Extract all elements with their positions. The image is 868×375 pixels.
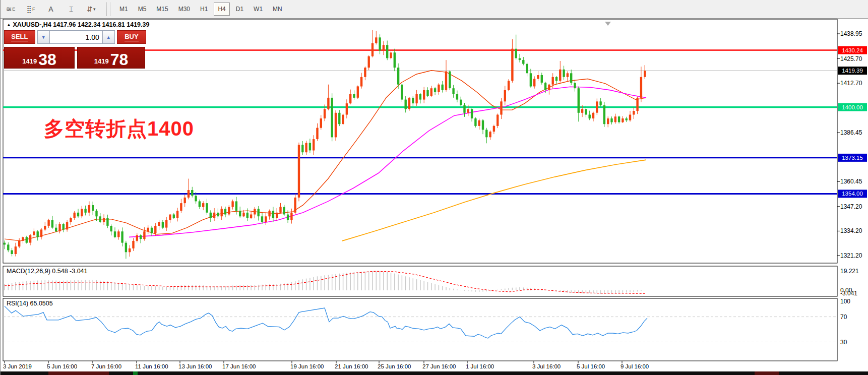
sell-button-label: SELL [11,33,28,41]
timeframe-group: M1M5M15M30H1H4D1W1MN [114,3,287,16]
time-axis-label: 3 Jun 2019 [3,363,32,369]
text-tool-icon[interactable]: ⌶ [63,2,80,16]
timeframe-button-m15[interactable]: M15 [152,3,172,16]
price-badge-label: 1430.24 [842,47,863,53]
sell-price-pips: 38 [38,52,56,67]
timeframe-button-mn[interactable]: MN [269,3,286,16]
volume-decrease-button[interactable]: ▼ [37,30,50,44]
text-label-tool-icon[interactable]: A [42,2,59,16]
rsi-axis-label: 30 [840,339,847,346]
time-axis-label: 9 Jul 16:00 [621,363,649,369]
time-axis-label: 13 Jun 16:00 [178,363,212,369]
bottom-edge-fragment [48,371,109,375]
price-axis-label: 1334.20 [840,227,862,234]
time-axis-label: 5 Jul 16:00 [577,363,605,369]
volume-input[interactable] [50,30,102,44]
sell-button[interactable]: SELL [4,30,35,44]
time-axis-label: 3 Jul 16:00 [532,363,561,369]
price-axis-label: 1321.20 [840,252,862,259]
toolbar-separator [106,3,110,16]
buy-price-pips: 78 [110,52,129,67]
arrows-tool-icon[interactable]: ⇵▾ [83,2,100,16]
symbol-header: ▲ XAUUSD-,H4 1417.96 1422.34 1416.81 141… [7,21,149,28]
buy-button-label: BUY [125,33,138,41]
time-axis-label: 11 Jun 16:00 [135,363,168,369]
price-axis-label: 1425.70 [840,55,862,62]
rsi-axis-label: 70 [840,314,847,321]
macd-axis-label: -3.041 [840,290,857,297]
time-axis-label: 7 Jun 16:00 [91,363,121,369]
price-axis: 1438.951425.701412.701386.451360.451347.… [837,30,867,259]
price-axis-label: 1347.20 [840,203,862,210]
price-badge-label: 1354.00 [842,191,863,197]
collapse-icon[interactable]: ▲ [7,22,11,27]
trading-platform-window: ≋E⣿FA⌶⇵▾ M1M5M15M30H1H4D1W1MN 1438.95142… [0,0,868,375]
volume-stepper: ▼ ▲ [37,30,115,44]
price-badge-label: 1373.15 [842,155,863,161]
time-axis-label: 25 Jun 16:00 [378,363,411,369]
bottom-edge-fragment [133,371,138,375]
buy-price-display[interactable]: 1419 78 [77,47,145,69]
sell-price-display[interactable]: 1419 38 [4,47,75,69]
timeframe-button-m5[interactable]: M5 [134,3,151,16]
time-axis-label: 27 Jun 16:00 [422,363,456,369]
price-axis-label: 1438.95 [840,30,862,37]
time-axis-label: 17 Jun 16:00 [222,363,256,369]
time-axis-label: 5 Jun 16:00 [47,363,77,369]
time-axis-label: 21 Jun 16:00 [335,363,368,369]
timeframe-button-d1[interactable]: D1 [232,3,247,16]
timeframe-button-w1[interactable]: W1 [250,3,267,16]
chart-annotation-text: 多空转折点1400 [44,115,194,143]
elliott-wave-tool-icon[interactable]: ≋E [2,2,19,16]
time-axis-label: 1 Jul 16:00 [466,363,494,369]
toolbar: ≋E⣿FA⌶⇵▾ M1M5M15M30H1H4D1W1MN [1,0,868,19]
macd-label: MACD(12,26,9) 0.548 -3.041 [7,268,88,275]
symbol-name: XAUUSD-,H4 [13,21,51,28]
one-click-trading-panel: SELL ▼ ▲ BUY 1419 38 1419 78 [4,30,146,69]
time-axis-label: 19 Jun 16:00 [290,363,324,369]
buy-button[interactable]: BUY [117,30,146,44]
volume-increase-button[interactable]: ▲ [102,30,115,44]
price-axis-label: 1412.70 [840,80,862,87]
rsi-axis-label: 100 [840,298,850,305]
timeframe-button-h1[interactable]: H1 [196,3,212,16]
time-axis: 3 Jun 20195 Jun 16:007 Jun 16:0011 Jun 1… [3,361,649,369]
bottom-edge-fragment [755,371,779,375]
timeframe-button-h4[interactable]: H4 [214,3,229,16]
bottom-window-edge [1,371,868,375]
sell-price-whole: 1419 [22,57,37,65]
symbol-ohlc: 1417.96 1422.34 1416.81 1419.39 [53,21,149,28]
price-badge-label: 1400.00 [842,104,863,110]
price-axis-label: 1360.45 [840,178,862,185]
rsi-label: RSI(14) 65.0505 [7,300,53,307]
fibonacci-tool-icon[interactable]: ⣿F [22,2,39,16]
price-badge-label: 1419.39 [842,68,863,74]
drawing-tools-group: ≋E⣿FA⌶⇵▾ [1,2,101,16]
macd-axis-label: 19.221 [840,268,859,275]
timeframe-button-m30[interactable]: M30 [174,3,194,16]
buy-price-whole: 1419 [94,57,109,65]
timeframe-button-m1[interactable]: M1 [115,3,132,16]
price-axis-label: 1386.45 [840,129,862,136]
